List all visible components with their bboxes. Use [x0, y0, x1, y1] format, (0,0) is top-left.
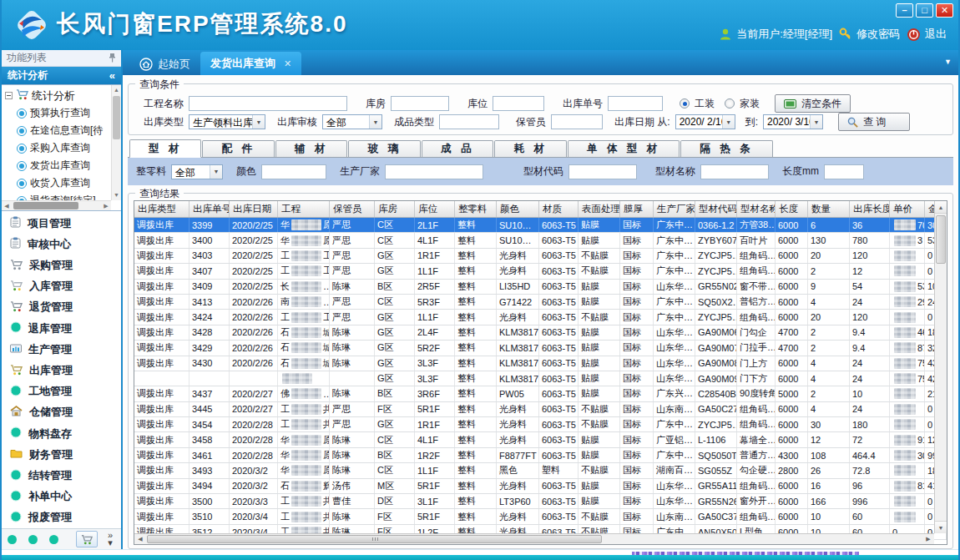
tree-item[interactable]: 预算执行查询 [5, 104, 121, 122]
tree-expander-icon[interactable] [5, 92, 13, 99]
sidebar-section-header[interactable]: 统计分析 « [2, 67, 121, 84]
material-tab[interactable]: 成 品 [422, 140, 493, 157]
table-row[interactable]: G区3L3F整料KLM38176063-T5贴膜国标山东华…GA90M09.门下… [134, 371, 947, 386]
material-tab[interactable]: 型 材 [129, 139, 201, 158]
tree-item[interactable]: 在途信息查询[待 [5, 122, 121, 139]
tab-shipping-outbound-query[interactable]: 发货出库查询 ✕ [200, 52, 301, 75]
table-row[interactable]: 调拨出库34942020/3/2石辉城汤伟M区5R1F整料光身料6063-T5贴… [134, 479, 947, 494]
scroll-down-icon[interactable]: ▼ [935, 521, 947, 533]
scroll-right-icon[interactable]: ▶ [922, 534, 934, 544]
table-row[interactable]: 调拨出库34612020/2/28华原…陈琳B区1R2F整料F8877FT606… [134, 448, 947, 463]
table-row[interactable]: 调拨出库34032020/2/25工工程严思G区1R1F整料光身料6063-T5… [134, 249, 947, 264]
grid-header-cell[interactable]: 数量 [808, 201, 850, 217]
table-row[interactable]: 调拨出库34542020/2/28工共工程严思G区1R1F整料光身料6063-T… [134, 417, 947, 432]
sidebar-menu-item[interactable]: 财务管理 [2, 444, 121, 465]
grid-header-cell[interactable]: 出库类型 [134, 201, 189, 217]
sidebar-menu-item[interactable]: 工地管理 [2, 381, 121, 402]
table-row[interactable]: 调拨出库34242020/2/26工工程严思G区1L1F整料光身料6063-T5… [134, 310, 947, 325]
grid-header-cell[interactable]: 单价 [890, 201, 925, 217]
grid-horizontal-scrollbar[interactable]: ◀ ▶ [134, 533, 934, 544]
grid-header-cell[interactable]: 出库长度 [850, 201, 890, 217]
sidebar-menu-item[interactable]: 退库管理 [2, 318, 121, 339]
table-row[interactable]: 调拨出库34582020/2/28华原…陈琳C区4L1F整料光身料6063-T5… [134, 432, 947, 447]
order-no-input[interactable] [608, 96, 663, 111]
sidebar-menu-item[interactable]: 生产管理 [2, 339, 121, 360]
scrollbar-thumb[interactable] [13, 202, 78, 209]
sidebar-menu-item[interactable]: 审核中心 [2, 234, 121, 255]
dot-icon[interactable] [48, 534, 59, 545]
grid-header-cell[interactable]: 长度 [776, 201, 808, 217]
dot-icon[interactable] [28, 534, 38, 545]
search-button[interactable]: 查 询 [838, 113, 910, 131]
grid-header-cell[interactable]: 型材名称 [737, 201, 776, 217]
table-row[interactable]: 调拨出库34072020/2/25工工程严思G区1L1F整料光身料6063-T5… [134, 264, 947, 279]
manufacturer-input[interactable] [385, 164, 483, 179]
scroll-up-icon[interactable]: ▲ [935, 201, 947, 214]
overflow-chevron[interactable]: »▾ [108, 532, 113, 547]
project-name-input[interactable] [189, 96, 347, 111]
table-row[interactable]: 调拨出库34452020/2/27工共工程严思F区5R1F整料光身料6063-T… [134, 402, 947, 417]
tab-close-icon[interactable]: ✕ [284, 58, 291, 69]
sidebar-menu-item[interactable]: 入库管理 [2, 276, 121, 297]
sidebar-menu-item[interactable]: 退货管理 [2, 297, 121, 318]
grid-header-cell[interactable]: 生产厂家 [654, 201, 695, 217]
table-row[interactable]: 调拨出库35002020/3/3工共工程曹佳D区3L1F整料LT3P606063… [134, 494, 947, 509]
tree-item[interactable]: 发货出库查询 [5, 157, 121, 174]
grid-header-cell[interactable]: 膜厚 [620, 201, 654, 217]
maximize-button[interactable]: □ [916, 3, 933, 18]
clear-conditions-button[interactable]: 清空条件 [775, 94, 851, 113]
profile-name-input[interactable] [700, 164, 769, 179]
collapse-icon[interactable]: « [109, 69, 115, 82]
grid-header-cell[interactable]: 整零料 [455, 201, 497, 217]
out-type-select[interactable]: 生产领料出库▼ [189, 114, 265, 129]
product-type-input[interactable] [439, 114, 499, 129]
sidebar-menu-item[interactable]: 采购管理 [2, 255, 121, 275]
sidebar-menu-item[interactable]: 结转管理 [2, 465, 121, 486]
scroll-left-icon[interactable]: ◀ [134, 534, 146, 544]
tree-root[interactable]: 统计分析 [5, 87, 121, 104]
date-from-picker[interactable]: 2020/ 2/16▼ [675, 114, 735, 129]
table-row[interactable]: 调拨出库34282020/2/26石城陈琳G区2L4F整料KLM38176063… [134, 325, 947, 341]
grid-header-cell[interactable]: 出库日期 [230, 201, 278, 217]
sidebar-menu-item[interactable]: 项目管理 [2, 213, 121, 234]
scrollbar-thumb[interactable] [936, 215, 946, 264]
grid-header-cell[interactable]: 材质 [539, 201, 579, 217]
scroll-down-icon[interactable]: ▼ [112, 190, 121, 200]
tab-list-dropdown-icon[interactable]: ▼ [944, 58, 952, 66]
material-tab[interactable]: 耗 材 [494, 140, 566, 157]
minimize-button[interactable]: – [896, 3, 913, 18]
table-row[interactable]: 调拨出库34132020/2/26南…严思C区5R3F整料G714226063-… [134, 295, 947, 310]
grid-header-cell[interactable]: 保管员 [330, 201, 375, 217]
location-input[interactable] [493, 96, 544, 111]
sidebar-menu-item[interactable]: 补单中心 [2, 487, 121, 507]
tab-home[interactable]: 起始页 [129, 53, 200, 75]
tree-item[interactable]: 采购入库查询 [5, 139, 121, 157]
grid-vertical-scrollbar[interactable]: ▲ ▼ [934, 201, 947, 533]
material-tab[interactable]: 玻 璃 [348, 140, 420, 157]
sidebar-menu-item[interactable]: 出库管理 [2, 360, 121, 381]
date-to-picker[interactable]: 2020/ 3/16▼ [763, 114, 823, 129]
material-tab[interactable]: 隔 热 条 [680, 140, 772, 157]
grid-header-cell[interactable]: 型材代码 [695, 201, 737, 217]
audit-select[interactable]: 全部▼ [322, 114, 382, 129]
dot-icon[interactable] [7, 534, 18, 545]
table-row[interactable]: 调拨出库34372020/2/27佛…陈琳B区3R6F整料PW056063-T5… [134, 386, 947, 401]
radio-home[interactable] [725, 98, 735, 108]
table-row[interactable]: 调拨出库34002020/2/25华原…严思C区4L1F整料SU10…6063-… [134, 233, 947, 248]
radio-industrial[interactable] [680, 98, 690, 108]
sidebar-menu-item[interactable]: 仓储管理 [2, 402, 121, 423]
grid-header-cell[interactable]: 颜色 [497, 201, 539, 217]
scrollbar-thumb[interactable] [147, 535, 602, 543]
grid-header-cell[interactable]: 表面处理 [579, 201, 620, 217]
cart-shortcut-button[interactable] [76, 531, 98, 547]
material-tab[interactable]: 单 体 型 材 [568, 140, 680, 157]
sidebar-menu-item[interactable]: 报废管理 [2, 507, 121, 528]
material-tab[interactable]: 配 件 [202, 140, 274, 157]
length-input[interactable] [824, 164, 864, 179]
grid-header-cell[interactable]: 库位 [415, 201, 455, 217]
table-row[interactable]: 调拨出库34302020/2/26石城陈琳G区3L3F整料KLM38176063… [134, 356, 947, 371]
tree-item[interactable]: 收货入库查询 [5, 174, 121, 192]
table-row[interactable]: 调拨出库33992020/2/25华原…严思C区2L1F整料SU10…6063-… [134, 218, 947, 233]
scroll-left-icon[interactable]: ◀ [2, 201, 12, 211]
close-button[interactable]: ✕ [936, 3, 953, 18]
